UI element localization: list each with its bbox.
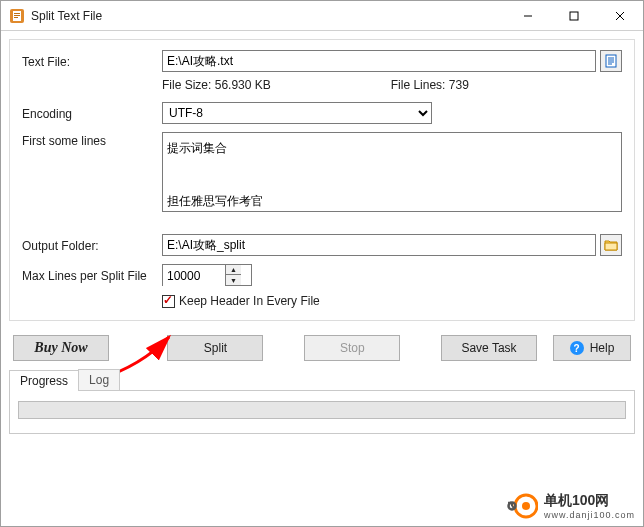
- svg-point-15: [522, 502, 530, 510]
- keepheader-label: Keep Header In Every File: [179, 294, 320, 308]
- filesize-value: 56.930 KB: [215, 78, 271, 92]
- maxlines-up-button[interactable]: ▲: [226, 265, 241, 275]
- maximize-button[interactable]: [551, 1, 597, 31]
- tab-body: [9, 390, 635, 434]
- tabs-area: Progress Log: [9, 369, 635, 434]
- maxlines-down-button[interactable]: ▼: [226, 275, 241, 285]
- window-title: Split Text File: [31, 9, 102, 23]
- filelines-label: File Lines:: [391, 78, 446, 92]
- svg-rect-2: [14, 13, 20, 14]
- split-button[interactable]: Split: [167, 335, 263, 361]
- close-button[interactable]: [597, 1, 643, 31]
- svg-rect-6: [570, 12, 578, 20]
- svg-rect-9: [606, 55, 616, 67]
- textfile-label: Text File:: [22, 53, 162, 69]
- outputfolder-label: Output Folder:: [22, 237, 162, 253]
- titlebar: Split Text File: [1, 1, 643, 31]
- button-bar: Buy Now Split Stop Save Task ? Help: [1, 329, 643, 361]
- help-icon: ?: [570, 341, 584, 355]
- buynow-button[interactable]: Buy Now: [13, 335, 109, 361]
- minimize-button[interactable]: [505, 1, 551, 31]
- filesize-label: File Size:: [162, 78, 211, 92]
- browse-textfile-button[interactable]: [600, 50, 622, 72]
- svg-rect-4: [14, 17, 18, 18]
- svg-line-18: [512, 506, 514, 508]
- svg-rect-3: [14, 15, 20, 16]
- firstlines-label: First some lines: [22, 132, 162, 148]
- document-icon: [604, 54, 618, 68]
- help-button[interactable]: ? Help: [553, 335, 631, 361]
- watermark: 单机100网 www.danji100.com: [506, 490, 635, 522]
- app-icon: [9, 8, 25, 24]
- watermark-icon: [506, 490, 538, 522]
- watermark-name: 单机100网: [544, 492, 609, 508]
- stop-button: Stop: [304, 335, 400, 361]
- outputfolder-input[interactable]: [162, 234, 596, 256]
- maxlines-label: Max Lines per Split File: [22, 267, 162, 283]
- keepheader-checkbox[interactable]: [162, 295, 175, 308]
- watermark-url: www.danji100.com: [544, 510, 635, 520]
- encoding-select[interactable]: UTF-8: [162, 102, 432, 124]
- tab-log[interactable]: Log: [78, 369, 120, 390]
- textfile-input[interactable]: [162, 50, 596, 72]
- maxlines-input[interactable]: [163, 265, 225, 287]
- firstlines-textarea[interactable]: 提示词集合 担任雅思写作考官: [162, 132, 622, 212]
- maxlines-spinner[interactable]: ▲ ▼: [162, 264, 252, 286]
- savetask-button[interactable]: Save Task: [441, 335, 537, 361]
- progress-bar: [18, 401, 626, 419]
- filelines-value: 739: [449, 78, 469, 92]
- main-panel: Text File: File Size: 56.930 KB File Lin…: [9, 39, 635, 321]
- file-info: File Size: 56.930 KB File Lines: 739: [162, 78, 622, 92]
- folder-icon: [604, 238, 618, 252]
- tab-progress[interactable]: Progress: [9, 370, 79, 391]
- browse-outputfolder-button[interactable]: [600, 234, 622, 256]
- encoding-label: Encoding: [22, 105, 162, 121]
